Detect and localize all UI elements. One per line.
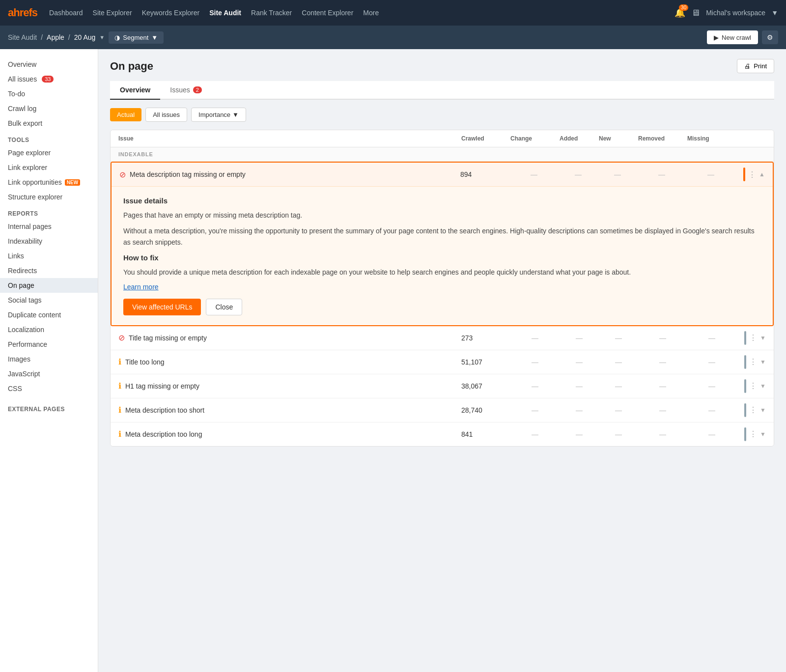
breadcrumb-project[interactable]: Apple <box>47 33 64 41</box>
sidebar-images-label: Images <box>8 355 30 363</box>
importance-dropdown[interactable]: Importance ▼ <box>191 108 246 122</box>
expand-chevron-icon-3[interactable]: ▼ <box>760 407 766 414</box>
kebab-icon-2[interactable]: ⋮ <box>749 381 757 391</box>
monitor-icon: 🖥 <box>691 8 700 18</box>
sidebar-item-crawl-log[interactable]: Crawl log <box>0 101 98 116</box>
nav-content-explorer[interactable]: Content Explorer <box>302 9 353 17</box>
issue-new-0: — <box>599 334 638 342</box>
table-row[interactable]: ℹ H1 tag missing or empty 38,067 — — — —… <box>111 374 774 398</box>
issue-label-h1-missing: H1 tag missing or empty <box>125 382 199 390</box>
breadcrumb-site-audit[interactable]: Site Audit <box>8 33 37 41</box>
kebab-icon-1[interactable]: ⋮ <box>749 357 757 366</box>
sidebar-item-internal-pages[interactable]: Internal pages <box>0 219 98 234</box>
breadcrumb-actions: ▶ New crawl ⚙ <box>707 30 778 44</box>
sidebar-item-performance[interactable]: Performance <box>0 337 98 352</box>
sidebar-item-bulk-export[interactable]: Bulk export <box>0 116 98 131</box>
tools-section-title: Tools <box>0 131 98 145</box>
collapse-chevron-icon[interactable]: ▲ <box>759 171 765 178</box>
segment-label: Segment <box>123 34 148 41</box>
workspace-selector[interactable]: Michal's workspace <box>706 9 765 17</box>
print-label: Print <box>754 62 767 70</box>
tab-issues[interactable]: Issues 2 <box>160 81 212 100</box>
bar-indicator-4 <box>744 427 746 441</box>
close-detail-button[interactable]: Close <box>206 299 242 315</box>
new-crawl-button[interactable]: ▶ New crawl <box>707 30 758 44</box>
kebab-icon-4[interactable]: ⋮ <box>749 429 757 439</box>
issue-crawled-3: 28,740 <box>461 406 510 414</box>
sidebar-bulk-export-label: Bulk export <box>8 119 42 127</box>
nav-rank-tracker[interactable]: Rank Tracker <box>251 9 292 17</box>
expanded-issue-row[interactable]: ⊘ Meta description tag missing or empty … <box>112 163 773 187</box>
nav-site-audit[interactable]: Site Audit <box>209 9 241 17</box>
issue-change-2: — <box>510 382 560 390</box>
logo[interactable]: ahrefs <box>8 6 37 19</box>
breadcrumb-sep1: / <box>41 33 43 41</box>
sidebar-todo-label: To-do <box>8 90 25 98</box>
table-row[interactable]: ℹ Meta description too short 28,740 — — … <box>111 398 774 422</box>
print-button[interactable]: 🖨 Print <box>737 59 774 73</box>
issue-actions-1: ⋮ ▼ <box>736 355 766 369</box>
sidebar-item-localization[interactable]: Localization <box>0 322 98 337</box>
issue-missing-3: — <box>687 406 736 414</box>
issue-missing-1: — <box>687 358 736 366</box>
table-row[interactable]: ℹ Meta description too long 841 — — — — … <box>111 422 774 446</box>
sidebar-item-javascript[interactable]: JavaScript <box>0 366 98 381</box>
expand-chevron-icon-0[interactable]: ▼ <box>760 335 766 341</box>
table-row[interactable]: ℹ Title too long 51,107 — — — — — ⋮ ▼ <box>111 350 774 374</box>
col-issue: Issue <box>118 135 461 142</box>
sidebar-item-redirects[interactable]: Redirects <box>0 263 98 278</box>
breadcrumb-sep2: / <box>68 33 70 41</box>
page-header: On page 🖨 Print <box>110 59 774 73</box>
breadcrumb-date[interactable]: 20 Aug <box>74 33 96 41</box>
sidebar-item-indexability[interactable]: Indexability <box>0 234 98 249</box>
bar-indicator-0 <box>744 331 746 345</box>
settings-button[interactable]: ⚙ <box>762 30 778 44</box>
topnav-right: 🔔 30 🖥 Michal's workspace ▼ <box>674 7 778 18</box>
table-row[interactable]: ⊘ Title tag missing or empty 273 — — — —… <box>111 326 774 350</box>
tab-overview[interactable]: Overview <box>110 81 160 100</box>
col-change: Change <box>510 135 560 142</box>
sidebar-item-css[interactable]: CSS <box>0 381 98 396</box>
issue-how-to-fix-title: How to fix <box>123 253 761 262</box>
pie-icon: ◑ <box>114 34 120 41</box>
sidebar-javascript-label: JavaScript <box>8 370 40 378</box>
notification-bell[interactable]: 🔔 30 <box>674 7 685 18</box>
view-affected-urls-button[interactable]: View affected URLs <box>123 299 201 315</box>
sidebar-item-duplicate-content[interactable]: Duplicate content <box>0 308 98 322</box>
sidebar-item-page-explorer[interactable]: Page explorer <box>0 145 98 160</box>
info-icon: ℹ <box>118 357 121 366</box>
sidebar-item-structure-explorer[interactable]: Structure explorer <box>0 190 98 204</box>
learn-more-link[interactable]: Learn more <box>123 283 159 291</box>
nav-links: Dashboard Site Explorer Keywords Explore… <box>49 9 663 17</box>
sidebar-item-overview[interactable]: Overview <box>0 57 98 72</box>
nav-site-explorer[interactable]: Site Explorer <box>93 9 132 17</box>
expand-chevron-icon-2[interactable]: ▼ <box>760 383 766 390</box>
actual-filter-button[interactable]: Actual <box>110 108 141 121</box>
sidebar-item-images[interactable]: Images <box>0 352 98 366</box>
kebab-icon-0[interactable]: ⋮ <box>749 333 757 342</box>
reports-section-title: Reports <box>0 204 98 219</box>
all-issues-filter-button[interactable]: All issues <box>145 108 187 122</box>
nav-dashboard[interactable]: Dashboard <box>49 9 83 17</box>
print-icon: 🖨 <box>744 62 751 70</box>
sidebar-item-all-issues[interactable]: All issues 33 <box>0 72 98 86</box>
sidebar-item-link-explorer[interactable]: Link explorer <box>0 160 98 175</box>
kebab-icon-3[interactable]: ⋮ <box>749 405 757 415</box>
sidebar-link-explorer-label: Link explorer <box>8 164 47 171</box>
sidebar-item-social-tags[interactable]: Social tags <box>0 293 98 308</box>
expanded-issue-added: — <box>559 170 598 178</box>
sidebar-item-todo[interactable]: To-do <box>0 86 98 101</box>
expand-chevron-icon-4[interactable]: ▼ <box>760 431 766 438</box>
sidebar-item-links[interactable]: Links <box>0 249 98 263</box>
issue-crawled-1: 51,107 <box>461 358 510 366</box>
expand-chevron-icon-1[interactable]: ▼ <box>760 359 766 365</box>
bar-indicator-2 <box>744 379 746 393</box>
kebab-menu-icon[interactable]: ⋮ <box>748 170 756 179</box>
issue-actions-2: ⋮ ▼ <box>736 379 766 393</box>
nav-keywords-explorer[interactable]: Keywords Explorer <box>142 9 200 17</box>
nav-more[interactable]: More <box>363 9 379 17</box>
sidebar-item-on-page[interactable]: On page <box>0 278 98 293</box>
segment-button[interactable]: ◑ Segment ▼ <box>109 31 164 44</box>
sidebar-item-link-opportunities[interactable]: Link opportunities NEW <box>0 175 98 190</box>
gear-icon: ⚙ <box>767 33 773 41</box>
